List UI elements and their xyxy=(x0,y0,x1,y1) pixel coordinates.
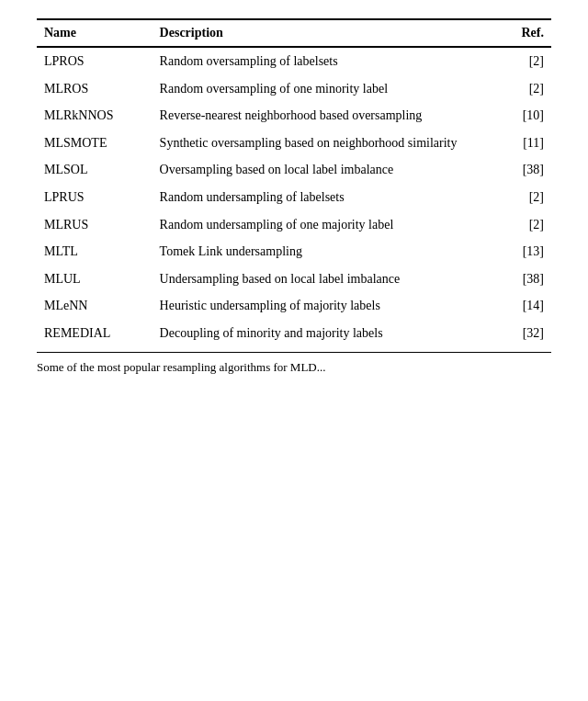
cell-ref: [2] xyxy=(509,75,551,103)
table-row: MLSOLOversampling based on local label i… xyxy=(37,156,551,184)
cell-name: MLRUS xyxy=(37,211,153,239)
cell-description: Reverse-nearest neighborhood based overs… xyxy=(153,102,509,130)
table-header-row: Name Description Ref. xyxy=(37,19,551,47)
table-row: LPROSRandom oversampling of labelsets[2] xyxy=(37,47,551,75)
table-row: MLRUSRandom undersampling of one majorit… xyxy=(37,211,551,239)
cell-name: MLSOL xyxy=(37,156,153,184)
cell-ref: [11] xyxy=(509,130,551,157)
cell-name: MLRkNNOS xyxy=(37,102,153,130)
table-row: MLSMOTESynthetic oversampling based on n… xyxy=(37,130,551,157)
cell-ref: [32] xyxy=(509,320,551,350)
table-bottom-border xyxy=(37,352,551,353)
table-caption: Some of the most popular resampling algo… xyxy=(37,360,551,375)
table-row: REMEDIALDecoupling of minority and major… xyxy=(37,320,551,350)
cell-ref: [14] xyxy=(509,292,551,320)
cell-description: Undersampling based on local label imbal… xyxy=(153,266,509,293)
cell-ref: [13] xyxy=(509,238,551,266)
cell-description: Decoupling of minority and majority labe… xyxy=(153,320,509,350)
cell-ref: [2] xyxy=(509,184,551,211)
cell-description: Random undersampling of one majority lab… xyxy=(153,211,509,239)
cell-ref: [38] xyxy=(509,156,551,184)
table-row: MLROSRandom oversampling of one minority… xyxy=(37,75,551,103)
table-row: MLeNNHeuristic undersampling of majority… xyxy=(37,292,551,320)
cell-name: LPRUS xyxy=(37,184,153,211)
cell-ref: [38] xyxy=(509,266,551,293)
col-header-description: Description xyxy=(153,19,509,47)
table-container: Name Description Ref. LPROSRandom oversa… xyxy=(37,18,551,375)
table-row: MLTLTomek Link undersampling[13] xyxy=(37,238,551,266)
cell-description: Random undersampling of labelsets xyxy=(153,184,509,211)
col-header-name: Name xyxy=(37,19,153,47)
cell-description: Synthetic oversampling based on neighbor… xyxy=(153,130,509,157)
cell-name: MLUL xyxy=(37,266,153,293)
cell-name: MLSMOTE xyxy=(37,130,153,157)
table-row: MLULUndersampling based on local label i… xyxy=(37,266,551,293)
cell-name: MLROS xyxy=(37,75,153,103)
cell-name: REMEDIAL xyxy=(37,320,153,350)
cell-ref: [2] xyxy=(509,211,551,239)
col-header-ref: Ref. xyxy=(509,19,551,47)
cell-description: Random oversampling of labelsets xyxy=(153,47,509,75)
cell-description: Heuristic undersampling of majority labe… xyxy=(153,292,509,320)
cell-name: MLTL xyxy=(37,238,153,266)
table-row: MLRkNNOSReverse-nearest neighborhood bas… xyxy=(37,102,551,130)
cell-ref: [10] xyxy=(509,102,551,130)
table-row: LPRUSRandom undersampling of labelsets[2… xyxy=(37,184,551,211)
cell-ref: [2] xyxy=(509,47,551,75)
cell-description: Random oversampling of one minority labe… xyxy=(153,75,509,103)
cell-description: Tomek Link undersampling xyxy=(153,238,509,266)
algorithms-table: Name Description Ref. LPROSRandom oversa… xyxy=(37,18,551,350)
cell-description: Oversampling based on local label imbala… xyxy=(153,156,509,184)
cell-name: MLeNN xyxy=(37,292,153,320)
cell-name: LPROS xyxy=(37,47,153,75)
